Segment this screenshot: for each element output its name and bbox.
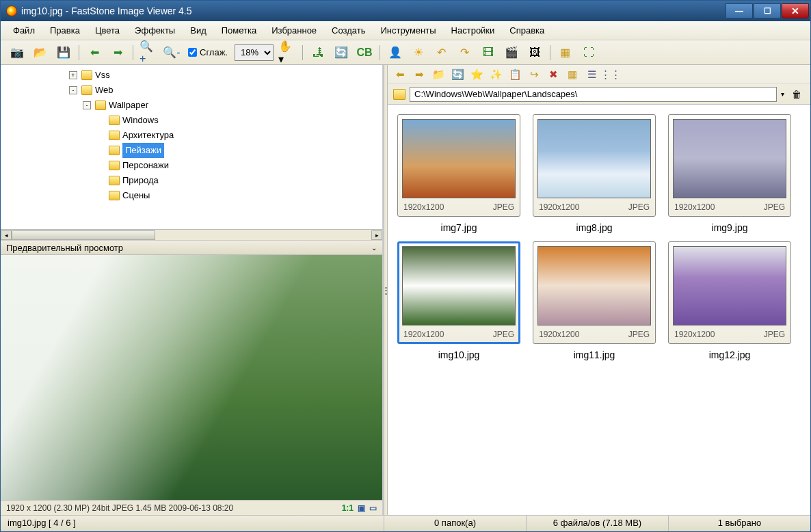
zoom-1to1-icon[interactable]: 1:1 [342, 503, 354, 513]
fit-width-icon[interactable]: ▭ [369, 503, 377, 513]
scroll-thumb[interactable] [12, 230, 155, 240]
tree-node[interactable]: Сцены [96, 188, 380, 203]
thumb-filename: img8.jpg [533, 222, 656, 233]
save-icon[interactable]: 💾 [54, 44, 73, 62]
thumb-resolution: 1920x1200 [674, 202, 715, 212]
statusbar: img10.jpg [ 4 / 6 ] 0 папок(а) 6 файла/о… [1, 515, 810, 531]
thumbnails-view-icon[interactable]: ▦ [566, 68, 579, 81]
thumbnail-card[interactable]: 1920x1200JPEGimg8.jpg [533, 114, 656, 233]
list-view-icon[interactable]: ⋮⋮ [604, 68, 617, 81]
thumb-filename: img12.jpg [668, 349, 791, 360]
acquire-icon[interactable]: 📷 [8, 44, 27, 62]
path-input[interactable] [410, 87, 777, 102]
path-dropdown-icon[interactable]: ▾ [781, 90, 784, 98]
thumbnail-card[interactable]: 1920x1200JPEGimg12.jpg [668, 241, 791, 360]
delete-icon[interactable]: ✖ [546, 68, 560, 81]
menu-edit[interactable]: Правка [43, 23, 87, 38]
close-button[interactable] [782, 3, 809, 18]
tree-node[interactable]: Архитектура [96, 128, 380, 143]
thumb-format: JPEG [628, 202, 650, 212]
compare-icon[interactable]: CB [355, 44, 374, 62]
tree-node[interactable]: -Wallpaper [83, 98, 380, 113]
status-selected: 1 выбрано [668, 516, 810, 531]
zoom-out-icon[interactable]: 🔍- [162, 44, 181, 62]
tree-node[interactable]: Пейзажи [96, 143, 380, 158]
hand-tool-icon[interactable]: ✋▾ [278, 44, 297, 62]
smooth-label: Сглаж. [200, 47, 228, 57]
rotate-right-icon[interactable]: ↷ [455, 44, 475, 62]
thumbnail-card[interactable]: 1920x1200JPEGimg11.jpg [533, 241, 656, 360]
up-folder-icon[interactable]: 📁 [431, 68, 445, 81]
wallpaper-icon[interactable]: 🖼 [525, 44, 544, 62]
refresh-icon[interactable]: 🔄 [451, 68, 464, 81]
thumbnail-grid[interactable]: 1920x1200JPEGimg7.jpg1920x1200JPEGimg8.j… [388, 105, 810, 515]
favorites-icon[interactable]: ⭐ [470, 68, 483, 81]
tree-scrollbar[interactable]: ◂ ▸ [1, 229, 382, 240]
tree-node[interactable]: -Web [69, 83, 380, 98]
batch-rename-icon[interactable]: 🔄 [332, 44, 351, 62]
smooth-checkbox[interactable]: Сглаж. [188, 47, 228, 57]
new-favorite-icon[interactable]: ✨ [489, 68, 503, 81]
copy-to-icon[interactable]: 📋 [508, 68, 522, 81]
history-back-icon[interactable]: ⬅ [393, 68, 407, 81]
thumbnail-image[interactable] [673, 119, 786, 198]
expand-icon[interactable]: + [69, 71, 77, 79]
layout-icon[interactable]: ▦ [556, 44, 575, 62]
scroll-left-icon[interactable]: ◂ [1, 230, 12, 240]
batch-convert-icon[interactable]: 🏞 [308, 44, 328, 62]
tree-node[interactable]: Персонажи [96, 158, 380, 173]
menu-favorites[interactable]: Избранное [265, 23, 323, 38]
folder-icon [109, 191, 120, 200]
adjust-lighting-icon[interactable]: ☀ [409, 44, 428, 62]
tree-node[interactable]: Windows [96, 113, 380, 128]
minimize-button[interactable] [726, 3, 753, 18]
slideshow-icon[interactable]: 🎞 [479, 44, 498, 62]
folder-tree[interactable]: +Vss-Web-WallpaperWindowsАрхитектураПейз… [1, 65, 382, 229]
menu-view[interactable]: Вид [183, 23, 213, 38]
menu-effects[interactable]: Эффекты [128, 23, 182, 38]
nav-back-icon[interactable]: ⬅ [85, 44, 104, 62]
recycle-bin-icon[interactable]: 🗑 [788, 89, 805, 100]
titlebar[interactable]: img10.jpg - FastStone Image Viewer 4.5 [1, 1, 810, 21]
thumbnail-card[interactable]: 1920x1200JPEGimg10.jpg [397, 241, 520, 360]
thumbnail-card[interactable]: 1920x1200JPEGimg9.jpg [668, 114, 791, 233]
contact-sheet-icon[interactable]: 🎬 [502, 44, 521, 62]
status-filename: img10.jpg [ 4 / 6 ] [1, 516, 384, 531]
preview-image[interactable] [1, 255, 382, 500]
menu-settings[interactable]: Настройки [444, 23, 502, 38]
preview-header[interactable]: Предварительный просмотр ⌄ [1, 240, 382, 255]
details-view-icon[interactable]: ☰ [585, 68, 598, 81]
tree-label: Wallpaper [109, 98, 148, 113]
thumbnail-image[interactable] [537, 246, 651, 325]
move-to-icon[interactable]: ↪ [527, 68, 541, 81]
fit-window-icon[interactable]: ▣ [358, 503, 365, 513]
scroll-right-icon[interactable]: ▸ [371, 230, 382, 240]
collapse-icon[interactable]: ⌄ [371, 244, 377, 252]
history-forward-icon[interactable]: ➡ [412, 68, 426, 81]
menu-tools[interactable]: Инструменты [374, 23, 443, 38]
thumbnail-image[interactable] [402, 119, 516, 198]
open-folder-icon[interactable]: 📂 [31, 44, 50, 62]
rotate-left-icon[interactable]: ↶ [432, 44, 451, 62]
tree-node[interactable]: Природа [96, 173, 380, 188]
maximize-button[interactable] [754, 3, 781, 18]
zoom-in-icon[interactable]: 🔍+ [139, 44, 158, 62]
menu-tag[interactable]: Пометка [215, 23, 263, 38]
collapse-icon[interactable]: - [83, 101, 91, 109]
screen-capture-icon[interactable]: 👤 [386, 44, 405, 62]
menu-create[interactable]: Создать [325, 23, 372, 38]
thumbnail-image[interactable] [402, 246, 516, 325]
collapse-icon[interactable]: - [69, 86, 77, 94]
smooth-check-input[interactable] [188, 48, 197, 57]
thumb-filename: img10.jpg [397, 349, 520, 360]
thumbnail-image[interactable] [673, 246, 786, 325]
zoom-select[interactable]: 18% [235, 44, 274, 61]
thumbnail-card[interactable]: 1920x1200JPEGimg7.jpg [397, 114, 520, 233]
tree-node[interactable]: +Vss [69, 68, 380, 83]
fullscreen-icon[interactable]: ⛶ [579, 44, 598, 62]
thumbnail-image[interactable] [537, 119, 651, 198]
menu-file[interactable]: Файл [6, 23, 42, 38]
menu-colors[interactable]: Цвета [88, 23, 127, 38]
menu-help[interactable]: Справка [503, 23, 551, 38]
nav-forward-icon[interactable]: ➡ [108, 44, 127, 62]
